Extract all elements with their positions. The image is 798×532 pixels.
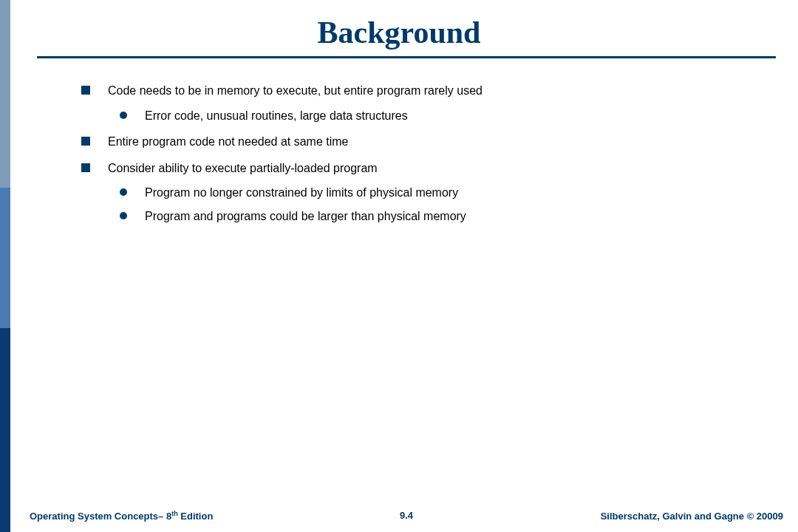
sub-bullet-item: Program and programs could be larger tha… (120, 208, 776, 225)
sidebar-stripe-bottom (0, 328, 10, 532)
bullet-item: Entire program code not needed at same t… (81, 134, 776, 150)
sub-bullet-text: Program no longer constrained by limits … (145, 185, 458, 201)
slide: Background Code needs to be in memory to… (0, 0, 798, 532)
sub-bullet-text: Program and programs could be larger tha… (145, 208, 466, 225)
sub-bullet-item: Error code, unusual routines, large data… (120, 108, 776, 124)
title-underline (37, 56, 776, 58)
circle-bullet-icon (120, 112, 127, 119)
sub-bullet-text: Error code, unusual routines, large data… (145, 108, 408, 124)
sub-bullet-item: Program no longer constrained by limits … (120, 185, 776, 201)
bullet-item: Code needs to be in memory to execute, b… (81, 83, 776, 123)
circle-bullet-icon (120, 212, 127, 219)
bullet-text: Consider ability to execute partially-lo… (108, 160, 378, 177)
content-area: Code needs to be in memory to execute, b… (81, 83, 776, 235)
slide-title: Background (0, 15, 798, 50)
square-bullet-icon (81, 86, 90, 95)
bullet-item: Consider ability to execute partially-lo… (81, 160, 776, 225)
square-bullet-icon (81, 163, 90, 172)
bullet-text: Entire program code not needed at same t… (108, 134, 349, 150)
page-number: 9.4 (30, 510, 783, 521)
sidebar-stripe-mid (0, 188, 10, 328)
bullet-text: Code needs to be in memory to execute, b… (108, 83, 482, 99)
circle-bullet-icon (120, 188, 127, 196)
square-bullet-icon (81, 137, 90, 146)
footer: 9.4 Operating System Concepts– 8th Editi… (30, 510, 783, 522)
